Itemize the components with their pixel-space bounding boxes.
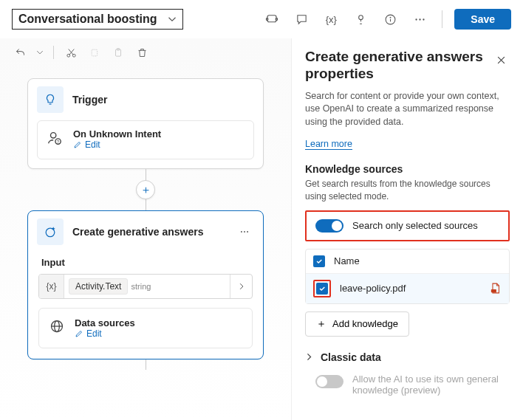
topic-title: Conversational boosting bbox=[18, 13, 157, 26]
globe-icon bbox=[49, 319, 66, 334]
svg-point-8 bbox=[419, 18, 420, 20]
table-header-row: Name bbox=[306, 249, 509, 273]
sparkle-circle-icon bbox=[37, 218, 64, 245]
name-column-header: Name bbox=[334, 255, 360, 266]
add-knowledge-button[interactable]: ＋ Add knowledge bbox=[305, 311, 409, 337]
cut-button[interactable] bbox=[61, 43, 81, 62]
toggle-label: Search only selected sources bbox=[352, 220, 478, 231]
panel-title: Create generative answers properties bbox=[305, 49, 510, 83]
more-icon[interactable] bbox=[409, 9, 430, 30]
knowledge-sources-heading: Knowledge sources bbox=[305, 163, 510, 175]
knowledge-sources-table: Name leave-policy.pdf bbox=[305, 249, 510, 304]
test-icon[interactable] bbox=[350, 9, 371, 30]
source-row-leave-policy[interactable]: leave-policy.pdf bbox=[306, 273, 509, 303]
svg-point-21 bbox=[244, 231, 245, 233]
search-selected-toggle-row: Search only selected sources bbox=[305, 210, 510, 241]
svg-point-3 bbox=[358, 15, 363, 19]
copy-button[interactable] bbox=[85, 43, 104, 62]
undo-dropdown[interactable] bbox=[34, 43, 46, 62]
ai-general-knowledge-row: Allow the AI to use its own general know… bbox=[305, 373, 510, 396]
svg-text:?: ? bbox=[57, 140, 59, 144]
divider bbox=[442, 10, 442, 28]
svg-rect-26 bbox=[491, 289, 496, 292]
expand-input-button[interactable] bbox=[230, 275, 252, 298]
edit-trigger-link[interactable]: Edit bbox=[73, 140, 161, 150]
fx-icon: {x} bbox=[39, 275, 64, 298]
data-sources-title: Data sources bbox=[75, 317, 135, 328]
edit-ds-label: Edit bbox=[86, 328, 102, 339]
node-more-icon[interactable] bbox=[235, 224, 254, 240]
learn-more-link[interactable]: Learn more bbox=[305, 139, 352, 150]
select-all-checkbox[interactable] bbox=[313, 255, 325, 267]
divider bbox=[53, 46, 54, 59]
copilot-icon[interactable] bbox=[262, 9, 282, 30]
person-question-icon: ? bbox=[47, 130, 64, 146]
generative-answers-node[interactable]: Create generative answers Input {x} Acti… bbox=[27, 210, 264, 359]
edit-label: Edit bbox=[85, 140, 100, 150]
svg-rect-12 bbox=[92, 49, 98, 56]
topic-title-dropdown[interactable]: Conversational boosting bbox=[12, 9, 183, 30]
svg-point-16 bbox=[51, 133, 56, 138]
chevron-down-icon bbox=[168, 15, 177, 24]
pencil-icon bbox=[73, 140, 82, 149]
svg-point-22 bbox=[247, 231, 248, 233]
svg-point-6 bbox=[390, 17, 391, 18]
classic-data-section[interactable]: Classic data bbox=[305, 351, 510, 363]
close-panel-button[interactable] bbox=[493, 52, 510, 69]
svg-rect-0 bbox=[267, 16, 276, 22]
lightbulb-icon bbox=[37, 86, 64, 113]
comment-icon[interactable] bbox=[291, 9, 312, 30]
add-step-button[interactable]: ＋ bbox=[136, 180, 155, 199]
trigger-node[interactable]: Trigger ? On Unknown Intent bbox=[27, 78, 264, 169]
plus-icon: ＋ bbox=[316, 317, 327, 331]
panel-description: Search for content or provide your own c… bbox=[305, 90, 510, 129]
connector-line bbox=[146, 359, 146, 370]
variables-icon[interactable]: {x} bbox=[321, 9, 341, 30]
knowledge-sources-desc: Get search results from the knowledge so… bbox=[305, 178, 510, 203]
edit-data-sources-link[interactable]: Edit bbox=[75, 328, 135, 339]
classic-data-heading: Classic data bbox=[321, 351, 381, 363]
input-section-label: Input bbox=[41, 257, 250, 268]
source-name: leave-policy.pdf bbox=[340, 283, 406, 294]
undo-button[interactable] bbox=[10, 43, 30, 62]
intent-name: On Unknown Intent bbox=[73, 128, 161, 140]
add-knowledge-label: Add knowledge bbox=[332, 318, 398, 329]
save-button[interactable]: Save bbox=[454, 9, 511, 30]
pencil-icon bbox=[75, 329, 83, 338]
delete-button[interactable] bbox=[132, 43, 151, 62]
source-checkbox[interactable] bbox=[316, 283, 328, 295]
file-type-icon bbox=[489, 282, 502, 295]
svg-point-7 bbox=[415, 18, 417, 20]
ai-knowledge-label: Allow the AI to use its own general know… bbox=[352, 373, 510, 396]
highlighted-checkbox-box bbox=[313, 280, 331, 297]
chevron-right-icon bbox=[305, 353, 313, 361]
svg-point-9 bbox=[423, 18, 424, 20]
input-type-label: string bbox=[131, 282, 151, 291]
gen-title: Create generative answers bbox=[72, 226, 203, 238]
paste-button[interactable] bbox=[109, 43, 128, 62]
svg-point-20 bbox=[241, 231, 242, 233]
ai-knowledge-toggle[interactable] bbox=[315, 375, 343, 388]
input-value-chip: Activity.Text bbox=[69, 278, 128, 295]
search-selected-toggle[interactable] bbox=[315, 219, 343, 233]
input-expression-field[interactable]: {x} Activity.Text string bbox=[38, 274, 253, 299]
trigger-title: Trigger bbox=[72, 94, 107, 106]
info-icon[interactable] bbox=[380, 9, 400, 30]
